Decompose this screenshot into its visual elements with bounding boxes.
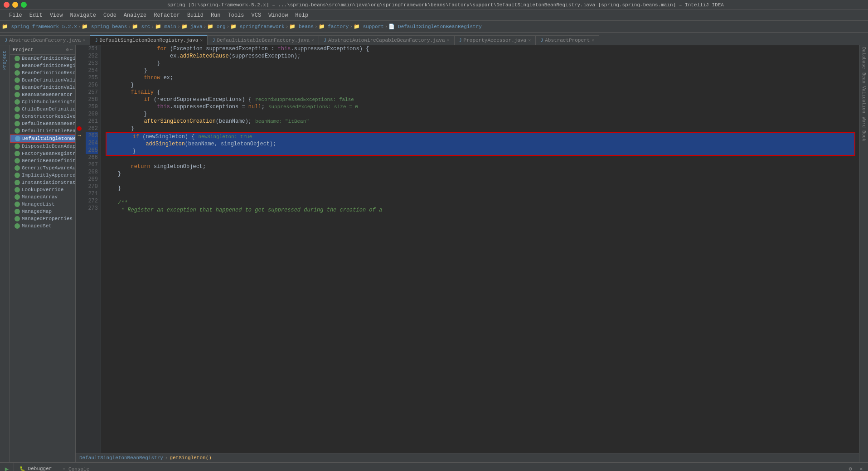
line-numbers: 251 252 253 254 255 256 257 258 259 260 … <box>83 45 101 453</box>
menu-refactor[interactable]: Refactor <box>150 10 184 20</box>
code-line-268: } <box>105 170 855 178</box>
word-book-label[interactable]: Word Book <box>860 115 867 143</box>
close-tab-icon[interactable]: ✕ <box>200 38 203 43</box>
path-factory[interactable]: 📁 factory <box>319 24 349 29</box>
tree-item[interactable]: DefaultBeanNameGenerator <box>10 120 75 127</box>
code-line-262: } <box>105 125 855 132</box>
tab-defaultlistablebeanfactory[interactable]: J DefaultListableBeanFactory.java ✕ <box>208 35 319 45</box>
menu-view[interactable]: View <box>46 10 67 20</box>
close-tab-icon[interactable]: ✕ <box>447 38 450 43</box>
database-label[interactable]: Database <box>860 45 867 71</box>
path-main[interactable]: 📁 main <box>155 24 176 29</box>
tree-item[interactable]: BeanNameGenerator <box>10 91 75 98</box>
close-tab-icon[interactable]: ✕ <box>311 38 314 43</box>
tab-abstractbeanfactory[interactable]: J AbstractBeanFactory.java ✕ <box>0 35 90 45</box>
menu-navigate[interactable]: Navigate <box>66 10 100 20</box>
sidebar: Project ⚙ ↔ BeanDefinitionRegistry BeanD… <box>10 45 76 462</box>
menu-build[interactable]: Build <box>184 10 207 20</box>
close-panel-icon[interactable]: ✕ <box>856 464 866 471</box>
gutter-row <box>76 53 83 60</box>
project-tab[interactable]: Project <box>1 47 8 73</box>
console-icon: ≡ <box>63 467 65 471</box>
class-icon <box>15 216 20 221</box>
tree-item[interactable]: DisposableBeanAdapter <box>10 143 75 150</box>
class-icon <box>15 99 20 105</box>
tree-item[interactable]: BeanDefinitionResource <box>10 69 75 77</box>
debugger-icon: 🐛 <box>19 466 25 471</box>
path-springframework[interactable]: 📁 springframework <box>230 24 285 29</box>
class-icon <box>15 63 20 68</box>
menu-edit[interactable]: Edit <box>26 10 46 20</box>
tree-item[interactable]: BeanDefinitionRegistry <box>10 55 75 62</box>
sidebar-header: Project ⚙ ↔ <box>10 45 75 55</box>
class-icon <box>15 56 20 61</box>
tree-item[interactable]: CglibSubclassingInstantiationStrategy <box>10 98 75 106</box>
tree-item[interactable]: DefaultListableBeanFactory <box>10 127 75 135</box>
line-num: 265 <box>86 147 98 154</box>
close-tab-icon[interactable]: ✕ <box>592 38 594 43</box>
tree-item[interactable]: ManagedMap <box>10 208 75 215</box>
breakpoint-dot[interactable] <box>77 126 82 131</box>
menu-tools[interactable]: Tools <box>224 10 248 20</box>
tree-item[interactable]: LookupOverride <box>10 186 75 193</box>
tree-item[interactable]: ManagedSet <box>10 222 75 230</box>
debug-panel-header: ▶ 🐛 Debugger ≡ Console ⚙ ✕ <box>0 463 868 471</box>
tab-debugger[interactable]: 🐛 Debugger <box>14 464 57 471</box>
tree-item[interactable]: ManagedList <box>10 201 75 208</box>
line-num: 268 <box>86 168 98 176</box>
path-file[interactable]: 📄 DefaultSingletonBeanRegistry <box>388 24 481 29</box>
close-tab-icon[interactable]: ✕ <box>528 38 531 43</box>
path-java[interactable]: 📁 java <box>181 24 203 29</box>
project-path-bar: 📁 spring-framework-5.2.x › 📁 spring-bean… <box>0 21 868 33</box>
code-content[interactable]: for (Exception suppressedException : thi… <box>101 45 859 453</box>
path-beans2[interactable]: 📁 beans <box>289 24 314 29</box>
path-support[interactable]: 📁 support <box>354 24 384 29</box>
class-icon <box>15 187 20 192</box>
close-tab-icon[interactable]: ✕ <box>82 38 85 43</box>
menu-code[interactable]: Code <box>100 10 120 20</box>
tree-item[interactable]: ImplicitlyAppearedSingletonException <box>10 172 75 179</box>
maximize-btn[interactable] <box>21 2 27 8</box>
menu-analyze[interactable]: Analyze <box>120 10 150 20</box>
tree-item-selected[interactable]: DefaultSingletonBeanRegistry <box>10 135 75 143</box>
path-spring[interactable]: 📁 spring-framework-5.2.x <box>2 24 77 29</box>
path-org[interactable]: 📁 org <box>207 24 225 29</box>
tree-item[interactable]: ManagedProperties <box>10 215 75 222</box>
tab-abstractautowirecapablebeanfactory[interactable]: J AbstractAutowireCapableBeanFactory.jav… <box>319 35 455 45</box>
tree-item[interactable]: GenericTypeAwareAutowireCandidateResolve… <box>10 164 75 172</box>
menu-help[interactable]: Help <box>291 10 312 20</box>
bean-validation-label[interactable]: Bean Validation <box>860 71 867 115</box>
menu-vcs[interactable]: VCS <box>248 10 265 20</box>
path-src[interactable]: 📁 src <box>132 24 150 29</box>
menu-window[interactable]: Window <box>265 10 291 20</box>
breadcrumb-class[interactable]: DefaultSingletonBeanRegistry <box>79 455 163 461</box>
tab-abstractproperty[interactable]: J AbstractPropert ✕ <box>536 35 599 45</box>
gutter-row <box>76 74 83 82</box>
minimize-btn[interactable] <box>12 2 18 8</box>
tree-item[interactable]: FactoryBeanRegistrySupport <box>10 150 75 157</box>
gutter-row <box>76 103 83 111</box>
breadcrumb-method[interactable]: getSingleton() <box>170 455 211 461</box>
menu-file[interactable]: File <box>5 10 26 20</box>
tree-item[interactable]: BeanDefinitionValueResolver <box>10 84 75 91</box>
gutter: → <box>76 45 83 453</box>
path-beans[interactable]: 📁 spring-beans <box>82 24 127 29</box>
tree-item[interactable]: InstantiationStrategy <box>10 179 75 186</box>
tree-item[interactable]: ChildBeanDefinition <box>10 106 75 113</box>
settings-icon[interactable]: ⚙ <box>845 464 855 471</box>
resume-btn[interactable]: ▶ <box>2 464 12 471</box>
tab-defaultsingletonbeanregistry[interactable]: J DefaultSingletonBeanRegistry.java ✕ <box>90 35 208 45</box>
menu-run[interactable]: Run <box>207 10 224 20</box>
sidebar-expand-icon[interactable]: ↔ <box>70 47 73 53</box>
tree-item[interactable]: BeanDefinitionValidationException <box>10 77 75 84</box>
tab-propertyaccessor[interactable]: J PropertyAccessor.java ✕ <box>455 35 536 45</box>
tree-item[interactable]: GenericBeanDefinition <box>10 157 75 164</box>
tree-item[interactable]: ManagedArray <box>10 193 75 201</box>
code-line-252: ex.addRelatedCause(suppressedException); <box>105 53 855 60</box>
tab-console[interactable]: ≡ Console <box>57 465 95 471</box>
tree-item[interactable]: BeanDefinitionRegistryPostProcessor <box>10 62 75 69</box>
sidebar-settings-icon[interactable]: ⚙ <box>66 47 69 53</box>
close-btn[interactable] <box>4 2 10 8</box>
tree-item[interactable]: ConstructorResolver <box>10 113 75 120</box>
class-icon <box>15 114 20 119</box>
